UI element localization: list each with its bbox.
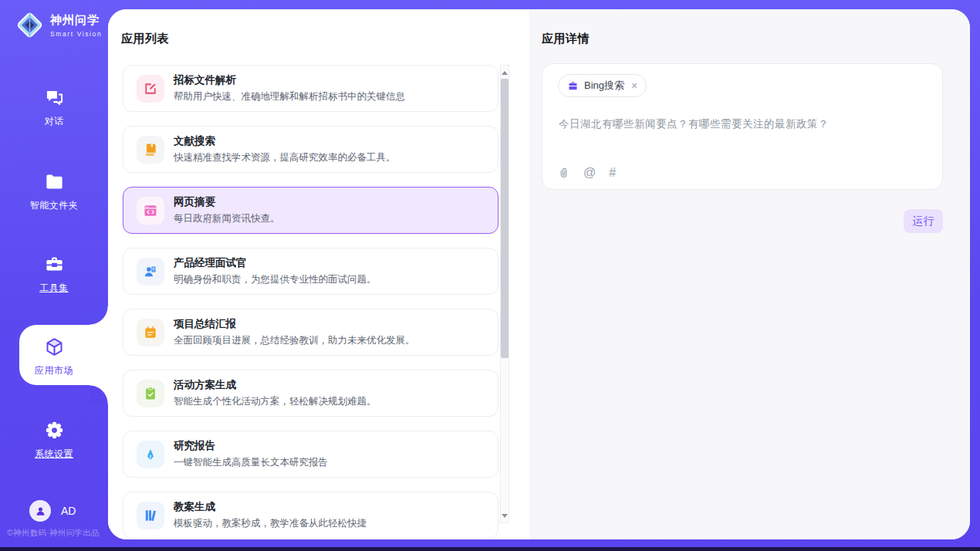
app-list-panel: 应用列表 招标文件解析 帮助用户快速、准确地理解和解析招标书中的关键信息 xyxy=(108,9,529,539)
app-list-title: 应用列表 xyxy=(121,32,169,46)
app-card-title: 研究报告 xyxy=(174,439,328,453)
sidebar-item-app-market[interactable]: 应用市场 xyxy=(0,336,108,377)
bottom-edge-bar xyxy=(0,547,980,551)
app-card-desc: 全面回顾项目进展，总结经验教训，助力未来优化发展。 xyxy=(174,334,415,347)
app-card-list: 招标文件解析 帮助用户快速、准确地理解和解析招标书中的关键信息 文献搜索 快速精… xyxy=(123,65,498,539)
sidebar-item-label: 工具集 xyxy=(0,282,108,295)
toolbox-icon xyxy=(44,254,65,275)
app-card-web-summary[interactable]: 网页摘要 每日政府新闻资讯快查。 xyxy=(123,187,498,234)
app-card-desc: 每日政府新闻资讯快查。 xyxy=(174,212,280,225)
edit-icon xyxy=(137,75,164,103)
avatar[interactable] xyxy=(29,500,51,522)
brand-subtitle: Smart Vision xyxy=(50,30,102,38)
sidebar-item-label: 对话 xyxy=(0,115,108,128)
person-icon xyxy=(34,505,47,518)
app-logo: 神州问学 Smart Vision xyxy=(15,11,102,39)
app-card-lesson-plan[interactable]: 教案生成 模板驱动，教案秒成，教学准备从此轻松快捷 xyxy=(123,492,498,539)
app-detail-title: 应用详情 xyxy=(542,32,590,46)
close-icon[interactable]: × xyxy=(631,80,637,91)
chat-icon xyxy=(44,87,65,108)
app-card-desc: 模板驱动，教案秒成，教学准备从此轻松快捷 xyxy=(174,517,367,530)
sidebar-item-toolset[interactable]: 工具集 xyxy=(0,254,108,295)
folder-icon xyxy=(44,171,65,192)
sidebar-item-label: 系统设置 xyxy=(0,448,108,461)
sidebar-item-chat[interactable]: 对话 xyxy=(0,87,108,128)
note-icon xyxy=(137,319,164,346)
app-card-desc: 快速精准查找学术资源，提高研究效率的必备工具。 xyxy=(174,151,396,164)
app-card-title: 文献搜索 xyxy=(174,134,396,148)
sidebar-item-settings[interactable]: 系统设置 xyxy=(0,420,108,461)
app-card-title: 招标文件解析 xyxy=(174,73,405,87)
main-content: 应用列表 招标文件解析 帮助用户快速、准确地理解和解析招标书中的关键信息 xyxy=(108,9,970,539)
mention-icon[interactable]: @ xyxy=(583,166,596,180)
list-scrollbar[interactable] xyxy=(500,65,509,523)
app-card-research-report[interactable]: 研究报告 一键智能生成高质量长文本研究报告 xyxy=(123,431,498,478)
app-card-title: 产品经理面试官 xyxy=(174,256,377,270)
cube-icon xyxy=(44,336,65,357)
briefcase-icon xyxy=(567,80,579,92)
gear-icon xyxy=(44,420,65,441)
run-button[interactable]: 运行 xyxy=(904,209,943,233)
app-card-title: 项目总结汇报 xyxy=(174,317,415,331)
hashtag-icon[interactable]: # xyxy=(609,166,616,180)
sidebar: 神州问学 Smart Vision 对话 智能文件夹 xyxy=(0,0,108,551)
composer-toolbar: @ # xyxy=(557,166,616,180)
quill-icon xyxy=(137,441,164,468)
sidebar-item-label: 智能文件夹 xyxy=(0,199,108,212)
prompt-input[interactable]: 今日湖北有哪些新闻要点？有哪些需要关注的最新政策？ xyxy=(559,117,927,131)
app-card-desc: 智能生成个性化活动方案，轻松解决规划难题。 xyxy=(174,395,377,408)
tab-curve-bottom xyxy=(90,385,108,404)
app-card-title: 活动方案生成 xyxy=(174,378,377,392)
app-card-event-plan[interactable]: 活动方案生成 智能生成个性化活动方案，轻松解决规划难题。 xyxy=(123,370,498,417)
scroll-down-arrow-icon[interactable] xyxy=(501,510,509,521)
brand-name: 神州问学 xyxy=(50,13,100,26)
app-card-project-summary[interactable]: 项目总结汇报 全面回顾项目进展，总结经验教训，助力未来优化发展。 xyxy=(123,309,498,356)
scroll-up-arrow-icon[interactable] xyxy=(501,67,509,78)
app-card-literature-search[interactable]: 文献搜索 快速精准查找学术资源，提高研究效率的必备工具。 xyxy=(123,126,498,173)
interviewer-icon xyxy=(137,258,164,286)
scrollbar-thumb[interactable] xyxy=(501,79,509,358)
copyright-text: ©神州数码·神州问学出品 xyxy=(7,528,108,539)
app-card-desc: 明确身份和职责，为您提供专业性的面试问题。 xyxy=(174,273,377,286)
user-name: AD xyxy=(61,505,76,517)
sidebar-item-label: 应用市场 xyxy=(0,364,108,377)
sidebar-item-smart-folder[interactable]: 智能文件夹 xyxy=(0,171,108,212)
attachment-icon[interactable] xyxy=(557,167,570,180)
app-card-desc: 帮助用户快速、准确地理解和解析招标书中的关键信息 xyxy=(174,90,405,103)
book-icon xyxy=(137,136,164,164)
app-card-bid-analysis[interactable]: 招标文件解析 帮助用户快速、准确地理解和解析招标书中的关键信息 xyxy=(123,65,498,112)
tab-curve-top xyxy=(90,306,108,325)
user-row: AD xyxy=(29,500,76,522)
clipboard-check-icon xyxy=(137,380,164,407)
browser-code-icon xyxy=(137,197,164,225)
app-detail-panel: 应用详情 Bing搜索 × 今日湖北有哪些新闻要点？有哪些需要关注的最新政策？ xyxy=(529,9,970,539)
brand-diamond-icon xyxy=(15,11,44,39)
tool-tag-bing-search: Bing搜索 × xyxy=(558,74,647,97)
app-card-title: 教案生成 xyxy=(174,500,367,514)
app-card-pm-interviewer[interactable]: 产品经理面试官 明确身份和职责，为您提供专业性的面试问题。 xyxy=(123,248,498,295)
prompt-card: Bing搜索 × 今日湖北有哪些新闻要点？有哪些需要关注的最新政策？ @ # xyxy=(542,63,943,190)
tool-tag-label: Bing搜索 xyxy=(584,79,624,93)
books-icon xyxy=(137,502,164,529)
app-card-desc: 一键智能生成高质量长文本研究报告 xyxy=(174,456,328,469)
app-card-title: 网页摘要 xyxy=(174,195,280,209)
